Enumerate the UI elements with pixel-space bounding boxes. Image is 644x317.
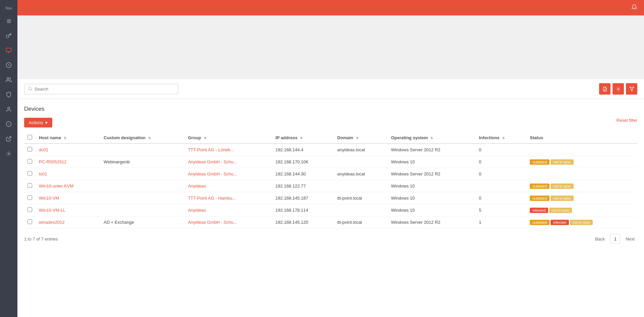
sidebar-item-settings[interactable] (2, 147, 15, 160)
hostname-link[interactable]: dc01 (39, 147, 48, 152)
svg-point-3 (8, 107, 10, 109)
status-badge: outdated (530, 183, 550, 189)
search-input-wrap[interactable] (24, 84, 178, 94)
table-row: Win10-unter-KVMAnyideas192.168.122.77Win… (24, 180, 637, 192)
search-input[interactable] (35, 87, 175, 92)
hostname-link[interactable]: Win10-unter-KVM (39, 183, 73, 189)
domain-sort-icon[interactable]: ⇅ (356, 136, 359, 140)
sidebar-item-groups[interactable] (2, 73, 15, 87)
svg-point-8 (8, 153, 10, 155)
hostname-link[interactable]: PC-R5052912 (39, 159, 66, 164)
export-button[interactable] (599, 83, 610, 95)
select-all-checkbox[interactable] (27, 135, 32, 140)
status-badge: outdated (530, 220, 550, 225)
infections: 5 (475, 204, 526, 216)
sidebar-item-analytics[interactable] (2, 58, 15, 72)
status-badge: not in sync (551, 159, 574, 165)
custom-designation-sort-icon[interactable]: ⇅ (148, 136, 151, 140)
domain (334, 180, 387, 192)
row-checkbox[interactable] (27, 219, 32, 224)
current-page[interactable]: 1 (610, 234, 620, 244)
devices-section: Devices Actions ▾ Reset filter Host name… (17, 99, 644, 317)
group-link[interactable]: TTT-Point AG - Lüneb... (188, 147, 234, 152)
operating-system: Windows 10 (388, 192, 475, 204)
table-row: Win10-VMTTT-Point AG - Hambu...192.168.1… (24, 192, 637, 204)
domain (334, 156, 387, 168)
infections: 0 (475, 144, 526, 156)
hostname-link[interactable]: ts01 (39, 171, 47, 176)
sidebar-item-devices[interactable] (2, 44, 15, 57)
domain: ttt-point.local (334, 192, 387, 204)
os-sort-icon[interactable]: ⇅ (430, 136, 433, 140)
group-link[interactable]: Anyideas GmbH - Schu... (188, 220, 237, 225)
search-icon (28, 86, 33, 92)
row-checkbox[interactable] (27, 195, 32, 200)
custom-designation (100, 192, 185, 204)
search-container (17, 79, 644, 99)
svg-line-10 (31, 89, 32, 90)
row-checkbox[interactable] (27, 207, 32, 212)
topbar (17, 0, 644, 15)
row-checkbox[interactable] (27, 171, 32, 176)
table-row: dc01TTT-Point AG - Lüneb...192.168.144.4… (24, 144, 637, 156)
group-link[interactable]: Anyideas GmbH - Schu... (188, 159, 237, 164)
operating-system: Windows 10 (388, 180, 475, 192)
svg-point-12 (618, 88, 619, 90)
hostname-link[interactable]: Win10-VM-LL (39, 208, 65, 213)
sidebar-item-dashboard[interactable]: ⊞ (2, 14, 15, 28)
next-button[interactable]: Next (623, 235, 637, 243)
entries-label: 1 to 7 of 7 entries (24, 236, 58, 242)
infections: 0 (475, 168, 526, 180)
domain: ttt-point.local (334, 216, 387, 228)
table-row: Win10-VM-LLAnyideas192.168.178.114Window… (24, 204, 637, 216)
custom-designation: AD + Exchange (100, 216, 185, 228)
bell-icon[interactable] (631, 4, 637, 12)
row-checkbox[interactable] (27, 159, 32, 164)
reset-filter-button[interactable]: Reset filter (617, 118, 637, 123)
main-content: Devices Actions ▾ Reset filter Host name… (17, 0, 644, 317)
infections (475, 180, 526, 192)
pagination-controls: Back 1 Next (592, 234, 637, 244)
row-checkbox[interactable] (27, 183, 32, 188)
svg-rect-0 (6, 48, 11, 52)
hostname-link[interactable]: Win10-VM (39, 196, 59, 201)
sidebar-item-shield[interactable] (2, 88, 15, 101)
infections-sort-icon[interactable]: ⇅ (502, 136, 505, 140)
operating-system: Windows Server 2012 R2 (388, 216, 475, 228)
col-hostname: Host name ⇅ (36, 132, 100, 144)
table-row: ts01Anyideas GmbH - Schu...192.168.144.3… (24, 168, 637, 180)
group-sort-icon[interactable]: ⇅ (204, 136, 206, 140)
ip-address: 192.168.145.187 (272, 192, 334, 204)
custom-designation (100, 180, 185, 192)
devices-title: Devices (24, 106, 637, 112)
pagination-row: 1 to 7 of 7 entries Back 1 Next (24, 234, 637, 244)
search-actions (599, 83, 637, 95)
group-link[interactable]: Anyideas (188, 208, 206, 213)
sidebar-item-person[interactable] (2, 103, 15, 116)
col-os: Operating system ⇅ (388, 132, 475, 144)
status-badge: not in sync (570, 220, 593, 225)
col-group: Group ⇅ (185, 132, 272, 144)
row-checkbox[interactable] (27, 147, 32, 152)
back-button[interactable]: Back (592, 235, 607, 243)
hostname-link[interactable]: winadex2012 (39, 220, 65, 225)
status-cell: outdatednot in sync (526, 156, 637, 168)
ip-address: 192.168.170.106 (272, 156, 334, 168)
column-settings-button[interactable] (613, 83, 624, 95)
group-link[interactable]: Anyideas GmbH - Schu... (188, 171, 237, 176)
filter-button[interactable] (626, 83, 637, 95)
svg-point-2 (7, 77, 9, 80)
ip-sort-icon[interactable]: ⇅ (300, 136, 303, 140)
sidebar-item-keys[interactable] (2, 29, 15, 42)
custom-designation (100, 144, 185, 156)
hostname-sort-icon[interactable]: ⇅ (64, 136, 66, 140)
status-badge: not in sync (549, 208, 572, 213)
sidebar-item-info[interactable] (2, 117, 15, 131)
group-link[interactable]: TTT-Point AG - Hambu... (188, 196, 236, 201)
col-domain: Domain ⇅ (334, 132, 387, 144)
sidebar-item-link[interactable] (2, 132, 15, 146)
ip-address: 192.168.122.77 (272, 180, 334, 192)
actions-button[interactable]: Actions ▾ (24, 118, 52, 127)
domain: anyideas.local (334, 144, 387, 156)
group-link[interactable]: Anyideas (188, 183, 206, 189)
